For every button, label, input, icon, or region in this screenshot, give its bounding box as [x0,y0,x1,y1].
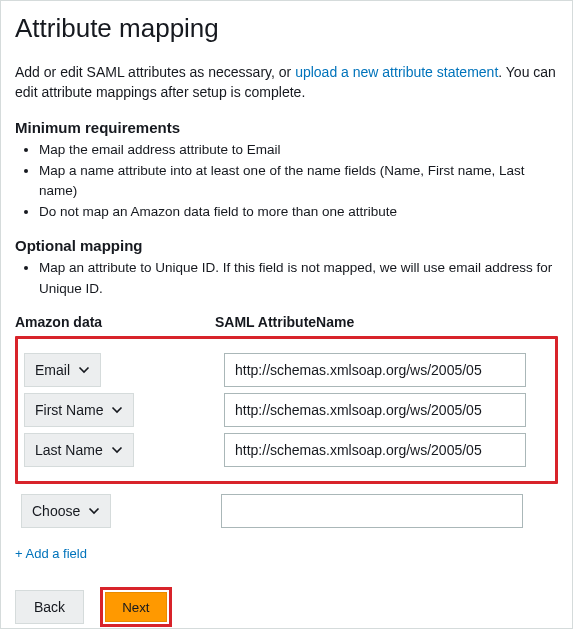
mapping-area: Amazon data SAML AttributeName Email Fir… [15,314,558,561]
button-row: Back Next [15,587,558,627]
saml-attribute-input-last-name[interactable] [224,433,526,467]
saml-attribute-input-first-name[interactable] [224,393,526,427]
mapping-row-last-name: Last Name [24,433,545,467]
column-header-saml: SAML AttributeName [215,314,558,330]
amazon-data-dropdown-choose[interactable]: Choose [21,494,111,528]
chevron-down-icon [111,404,123,416]
add-a-field-link[interactable]: + Add a field [15,546,87,561]
intro-text-before: Add or edit SAML attributes as necessary… [15,64,295,80]
amazon-data-dropdown-email[interactable]: Email [24,353,101,387]
optional-mapping-heading: Optional mapping [15,237,558,254]
column-header-amazon: Amazon data [15,314,215,330]
intro-paragraph: Add or edit SAML attributes as necessary… [15,62,558,103]
next-button[interactable]: Next [105,592,166,622]
highlighted-mapping-rows: Email First Name Last [15,336,558,484]
amazon-data-dropdown-first-name[interactable]: First Name [24,393,134,427]
next-button-highlight: Next [100,587,171,627]
min-req-item: Map a name attribute into at least one o… [39,161,558,203]
min-req-item: Map the email address attribute to Email [39,140,558,161]
chevron-down-icon [111,444,123,456]
amazon-data-dropdown-last-name[interactable]: Last Name [24,433,134,467]
minimum-requirements-list: Map the email address attribute to Email… [15,140,558,224]
upload-attribute-statement-link[interactable]: upload a new attribute statement [295,64,498,80]
mapping-row-first-name: First Name [24,393,545,427]
saml-attribute-input-extra[interactable] [221,494,523,528]
opt-map-item: Map an attribute to Unique ID. If this f… [39,258,558,300]
dropdown-label: Choose [32,503,80,519]
mapping-row-extra: Choose [21,494,558,528]
back-button[interactable]: Back [15,590,84,624]
optional-mapping-list: Map an attribute to Unique ID. If this f… [15,258,558,300]
dropdown-label: Last Name [35,442,103,458]
dropdown-label: Email [35,362,70,378]
attribute-mapping-panel: Attribute mapping Add or edit SAML attri… [0,0,573,629]
min-req-item: Do not map an Amazon data field to more … [39,202,558,223]
mapping-row-email: Email [24,353,545,387]
saml-attribute-input-email[interactable] [224,353,526,387]
minimum-requirements-heading: Minimum requirements [15,119,558,136]
page-title: Attribute mapping [15,13,558,44]
chevron-down-icon [78,364,90,376]
chevron-down-icon [88,505,100,517]
dropdown-label: First Name [35,402,103,418]
column-headers: Amazon data SAML AttributeName [15,314,558,330]
